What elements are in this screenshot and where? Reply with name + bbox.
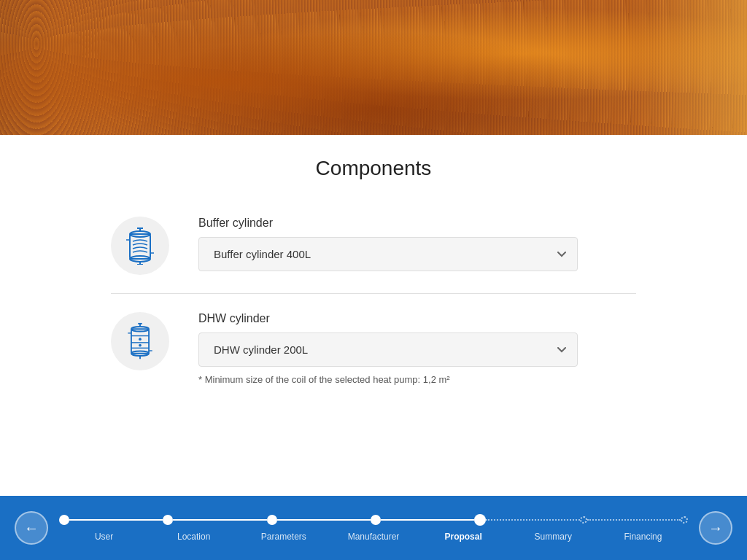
prev-icon: ←	[24, 520, 39, 537]
svg-rect-9	[131, 329, 149, 353]
prev-button[interactable]: ←	[15, 511, 48, 545]
buffer-cylinder-icon	[123, 227, 158, 265]
dhw-cylinder-icon-wrap	[111, 312, 169, 370]
dhw-cylinder-select[interactable]: DHW cylinder 200L DHW cylinder 100L DHW …	[198, 332, 578, 367]
dhw-cylinder-icon	[123, 322, 158, 360]
dhw-cylinder-row: DHW cylinder DHW cylinder 200L DHW cylin…	[111, 293, 636, 403]
dhw-cylinder-label: DHW cylinder	[198, 312, 636, 325]
svg-rect-0	[130, 234, 150, 259]
step-indicator: User Location Parameters Manufacturer Pr…	[48, 514, 699, 542]
step-line-3	[277, 519, 371, 521]
content-area: Components	[0, 135, 747, 403]
buffer-cylinder-select[interactable]: Buffer cylinder 400L Buffer cylinder 200…	[198, 237, 578, 271]
step-line-5	[486, 519, 579, 521]
step-labels: User Location Parameters Manufacturer Pr…	[59, 532, 688, 542]
step-label-user: User	[59, 532, 149, 542]
step-line-4	[381, 519, 474, 521]
step-label-proposal: Proposal	[419, 532, 508, 542]
step-line-1	[69, 519, 163, 521]
buffer-cylinder-row: Buffer cylinder Buffer cylinder 400L Buf…	[111, 198, 636, 293]
dhw-cylinder-note: * Minimum size of the coil of the select…	[198, 374, 636, 385]
step-dot-manufacturer[interactable]	[371, 515, 381, 525]
step-dot-parameters[interactable]	[267, 515, 277, 525]
step-dot-proposal[interactable]	[474, 514, 486, 526]
next-icon: →	[708, 520, 723, 537]
step-label-parameters: Parameters	[239, 532, 328, 542]
step-label-manufacturer: Manufacturer	[328, 532, 418, 542]
components-container: Buffer cylinder Buffer cylinder 400L Buf…	[96, 198, 651, 403]
next-button[interactable]: →	[699, 511, 732, 545]
buffer-cylinder-label: Buffer cylinder	[198, 217, 636, 230]
step-dot-financing[interactable]	[681, 516, 688, 524]
step-dot-summary[interactable]	[580, 516, 587, 524]
step-dot-user[interactable]	[59, 515, 69, 525]
step-line-6	[587, 519, 681, 521]
step-dot-location[interactable]	[163, 515, 173, 525]
page-title: Components	[0, 135, 747, 198]
step-track	[59, 514, 688, 526]
svg-point-15	[139, 338, 142, 341]
bottom-navigation: ← User Location Par	[0, 496, 747, 560]
step-label-location: Location	[149, 532, 239, 542]
hero-image	[0, 0, 747, 135]
svg-point-16	[139, 344, 142, 347]
step-label-summary: Summary	[508, 532, 598, 542]
buffer-cylinder-details: Buffer cylinder Buffer cylinder 400L Buf…	[198, 217, 636, 271]
step-line-2	[173, 519, 266, 521]
dhw-cylinder-details: DHW cylinder DHW cylinder 200L DHW cylin…	[198, 312, 636, 385]
step-label-financing: Financing	[598, 532, 688, 542]
buffer-cylinder-icon-wrap	[111, 217, 169, 275]
